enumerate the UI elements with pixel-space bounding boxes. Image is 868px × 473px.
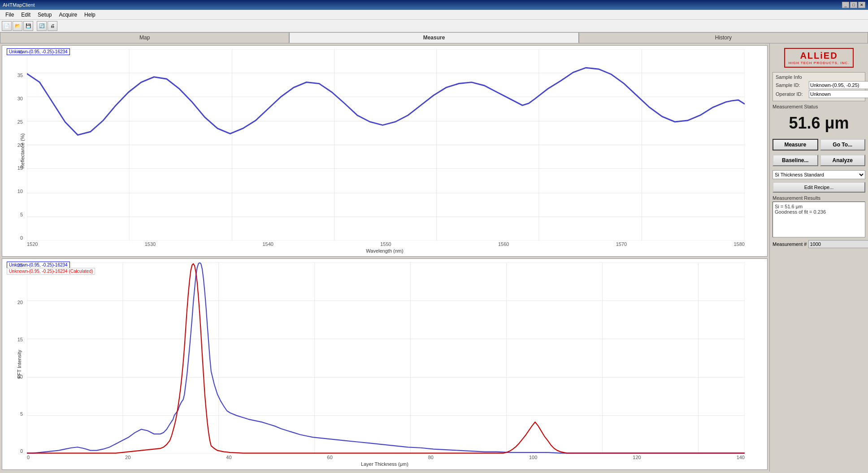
fft-x-tick-80: 80 <box>428 455 434 460</box>
menu-bar: File Edit Setup Acquire Help <box>0 10 868 20</box>
minimize-button[interactable]: _ <box>842 2 849 8</box>
goto-button[interactable]: Go To... <box>820 139 866 150</box>
fft-x-tick-140: 140 <box>737 455 745 460</box>
logo-area: ALLiED HIGH TECH PRODUCTS, INC. <box>773 46 865 69</box>
app-title: AHTMapClient <box>3 2 35 8</box>
y-tick-25: 25 <box>17 119 23 125</box>
x-tick-1520: 1520 <box>27 241 38 247</box>
tab-bar: Map Measure History <box>0 32 868 43</box>
fft-x-tick-0: 0 <box>27 455 30 460</box>
result-line-1: Si = 51.6 μm <box>775 204 863 209</box>
fft-x-tick-20: 20 <box>125 455 130 460</box>
close-button[interactable]: ✕ <box>858 2 865 8</box>
charts-area: Unknown-(0.95, -0.25)-16234 Reflectance … <box>0 43 769 472</box>
menu-file[interactable]: File <box>2 11 17 19</box>
y-tick-30: 30 <box>17 96 23 101</box>
maximize-button[interactable]: □ <box>850 2 857 8</box>
x-tick-1540: 1540 <box>263 241 273 247</box>
fft-x-tick-120: 120 <box>633 455 641 460</box>
fft-y-tick-10: 10 <box>17 374 23 379</box>
baseline-button[interactable]: Baseline... <box>773 155 818 166</box>
y-tick-15: 15 <box>17 165 23 171</box>
x-tick-1530: 1530 <box>145 241 156 247</box>
measurement-num-input[interactable] <box>808 240 868 248</box>
menu-acquire[interactable]: Acquire <box>55 11 81 19</box>
measurement-num-row: Measurement # <box>773 240 865 248</box>
tab-measure[interactable]: Measure <box>289 32 578 43</box>
y-tick-35: 35 <box>17 73 23 78</box>
tab-map[interactable]: Map <box>0 32 289 43</box>
button-row-2: Baseline... Analyze <box>773 155 865 166</box>
operator-id-label: Operator ID: <box>776 91 807 97</box>
results-area: Si = 51.6 μm Goodness of fit = 0.236 <box>773 202 865 237</box>
sample-id-row: Sample ID: <box>776 81 862 89</box>
toolbar-refresh[interactable]: 🔄 <box>37 21 47 31</box>
fft-y-tick-0: 0 <box>20 448 23 454</box>
tab-history[interactable]: History <box>579 32 868 43</box>
measurement-value: 51.6 μm <box>773 110 865 136</box>
fft-svg <box>27 262 745 454</box>
edit-recipe-button[interactable]: Edit Recipe... <box>773 182 865 193</box>
fft-y-tick-20: 20 <box>17 300 23 305</box>
dropdown-row: Si Thickness Standard <box>773 170 865 179</box>
toolbar-print[interactable]: 🖨 <box>48 21 57 31</box>
reflectance-chart: Unknown-(0.95, -0.25)-16234 Reflectance … <box>2 45 768 257</box>
sample-id-label: Sample ID: <box>776 82 807 88</box>
x-tick-1570: 1570 <box>616 241 627 247</box>
measurement-num-label: Measurement # <box>773 241 807 247</box>
fft-y-tick-5: 5 <box>20 411 23 417</box>
fft-y-tick-25: 25 <box>17 262 23 268</box>
window-controls[interactable]: _ □ ✕ <box>842 2 865 8</box>
title-bar: AHTMapClient _ □ ✕ <box>0 0 868 10</box>
logo-subtext: HIGH TECH PRODUCTS, INC. <box>789 61 849 65</box>
toolbar-save[interactable]: 💾 <box>23 21 33 31</box>
measurement-results-panel: Measurement Results Si = 51.6 μm Goodnes… <box>773 195 865 237</box>
fft-x-tick-60: 60 <box>327 455 333 460</box>
y-tick-0: 0 <box>20 235 23 241</box>
right-panel: ALLiED HIGH TECH PRODUCTS, INC. Sample I… <box>769 43 868 472</box>
measurement-results-title: Measurement Results <box>773 195 865 201</box>
fft-chart: Unknown-(0.95, -0.25)-16234 Unknown-(0.9… <box>2 258 768 470</box>
toolbar-new[interactable]: 📄 <box>2 21 12 31</box>
fft-x-tick-100: 100 <box>529 455 537 460</box>
main-content: Unknown-(0.95, -0.25)-16234 Reflectance … <box>0 43 868 472</box>
x-tick-1560: 1560 <box>498 241 509 247</box>
toolbar-open[interactable]: 📂 <box>13 21 22 31</box>
logo-text: ALLiED <box>789 51 849 61</box>
result-line-2: Goodness of fit = 0.236 <box>775 209 863 215</box>
sample-id-input[interactable] <box>809 81 868 89</box>
operator-id-row: Operator ID: <box>776 90 862 98</box>
y-tick-20: 20 <box>17 142 23 148</box>
menu-edit[interactable]: Edit <box>17 11 34 19</box>
fft-x-tick-40: 40 <box>226 455 231 460</box>
sample-info-panel: Sample Info Sample ID: Operator ID: <box>773 72 865 101</box>
button-row-1: Measure Go To... <box>773 139 865 150</box>
measure-button[interactable]: Measure <box>773 139 818 150</box>
fft-y-tick-15: 15 <box>17 337 23 342</box>
y-tick-5: 5 <box>20 212 23 217</box>
reflectance-svg: 0 5 10 15 20 25 30 35 40 1520 1525 1530 … <box>27 49 745 241</box>
toolbar: 📄 📂 💾 🔄 🖨 <box>0 20 868 32</box>
menu-setup[interactable]: Setup <box>34 11 55 19</box>
y-tick-40: 40 <box>17 49 23 55</box>
x-tick-1550: 1550 <box>380 241 391 247</box>
analyze-button[interactable]: Analyze <box>820 155 866 166</box>
measurement-status-panel: Measurement Status 51.6 μm <box>773 104 865 136</box>
measurement-status-title: Measurement Status <box>773 104 865 109</box>
y-tick-10: 10 <box>17 189 23 194</box>
sample-info-title: Sample Info <box>776 74 862 80</box>
x-tick-1580: 1580 <box>734 241 745 247</box>
operator-id-input[interactable] <box>809 90 868 98</box>
recipe-dropdown[interactable]: Si Thickness Standard <box>773 170 865 179</box>
menu-help[interactable]: Help <box>81 11 99 19</box>
